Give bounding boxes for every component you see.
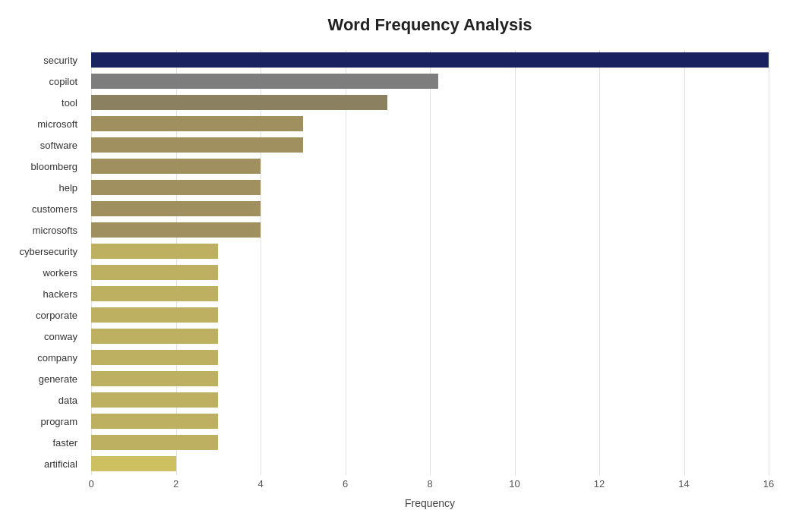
bar-label: copilot bbox=[2, 76, 85, 87]
bar-row: company bbox=[91, 348, 769, 367]
bar-label: data bbox=[2, 395, 85, 406]
x-tick: 2 bbox=[173, 478, 178, 490]
bars-wrapper: securitycopilottoolmicrosoftsoftwarebloo… bbox=[91, 50, 769, 475]
bar-row: workers bbox=[91, 263, 769, 282]
bar-label: company bbox=[2, 352, 85, 364]
bar bbox=[91, 95, 387, 110]
bar bbox=[91, 222, 261, 238]
bar bbox=[91, 435, 218, 450]
x-axis-label: Frequency bbox=[91, 497, 769, 509]
bar-row: conway bbox=[91, 326, 769, 346]
bar bbox=[91, 244, 218, 259]
bar-label: generate bbox=[2, 373, 85, 385]
bar-row: microsofts bbox=[91, 220, 769, 240]
bar bbox=[91, 371, 218, 386]
bar bbox=[91, 414, 218, 429]
bar-label: faster bbox=[2, 437, 85, 449]
x-tick: 12 bbox=[594, 478, 605, 490]
bar-label: help bbox=[2, 182, 85, 194]
bar-label: program bbox=[2, 416, 85, 427]
bar-row: program bbox=[91, 411, 769, 431]
bar bbox=[91, 180, 261, 195]
bar-label: artificial bbox=[2, 458, 85, 470]
bar-label: workers bbox=[2, 267, 85, 279]
bar bbox=[91, 74, 438, 89]
bar-row: help bbox=[91, 178, 769, 197]
bar-row: copilot bbox=[91, 71, 769, 91]
bar bbox=[91, 307, 218, 323]
bar bbox=[91, 392, 218, 408]
bar-label: hackers bbox=[2, 288, 85, 300]
x-tick: 14 bbox=[678, 478, 689, 490]
bar-row: cybersecurity bbox=[91, 241, 769, 261]
bar-row: faster bbox=[91, 433, 769, 452]
bar-row: microsoft bbox=[91, 114, 769, 134]
bar-row: customers bbox=[91, 199, 769, 219]
bar bbox=[91, 137, 303, 153]
chart-title: Word Frequency Analysis bbox=[91, 15, 769, 35]
bar bbox=[91, 201, 261, 216]
x-tick: 6 bbox=[343, 478, 348, 490]
bar-label: microsoft bbox=[2, 118, 85, 130]
x-tick: 4 bbox=[257, 478, 263, 490]
x-tick: 8 bbox=[427, 478, 432, 490]
bar-row: tool bbox=[91, 93, 769, 112]
bar bbox=[91, 329, 218, 344]
bar-row: generate bbox=[91, 369, 769, 389]
bar-row: corporate bbox=[91, 305, 769, 325]
bar-label: microsofts bbox=[2, 225, 85, 236]
bar-label: software bbox=[2, 140, 85, 151]
x-ticks: 0246810121416 bbox=[91, 478, 769, 493]
chart-area: securitycopilottoolmicrosoftsoftwarebloo… bbox=[91, 50, 769, 490]
bar-row: bloomberg bbox=[91, 156, 769, 176]
x-tick: 16 bbox=[763, 478, 774, 490]
bar-label: tool bbox=[2, 97, 85, 109]
bar-row: security bbox=[91, 50, 769, 70]
bar bbox=[91, 265, 218, 280]
x-axis-container: 0246810121416 Frequency bbox=[91, 475, 769, 509]
bar bbox=[91, 116, 303, 131]
x-tick: 10 bbox=[509, 478, 520, 490]
bar-row: data bbox=[91, 390, 769, 410]
bar bbox=[91, 350, 218, 365]
bar-label: cybersecurity bbox=[2, 246, 85, 257]
x-tick: 0 bbox=[88, 478, 93, 490]
bar-label: security bbox=[2, 55, 85, 66]
bar-row: software bbox=[91, 135, 769, 155]
bar-label: corporate bbox=[2, 310, 85, 321]
bar bbox=[91, 159, 261, 174]
bar-label: conway bbox=[2, 331, 85, 342]
bar bbox=[91, 286, 218, 301]
bar bbox=[91, 52, 769, 68]
bar-label: customers bbox=[2, 203, 85, 215]
bar-row: hackers bbox=[91, 284, 769, 304]
chart-container: Word Frequency Analysis securitycopilott… bbox=[0, 0, 799, 532]
bar-row: artificial bbox=[91, 454, 769, 474]
bar-label: bloomberg bbox=[2, 161, 85, 172]
bar bbox=[91, 456, 176, 471]
